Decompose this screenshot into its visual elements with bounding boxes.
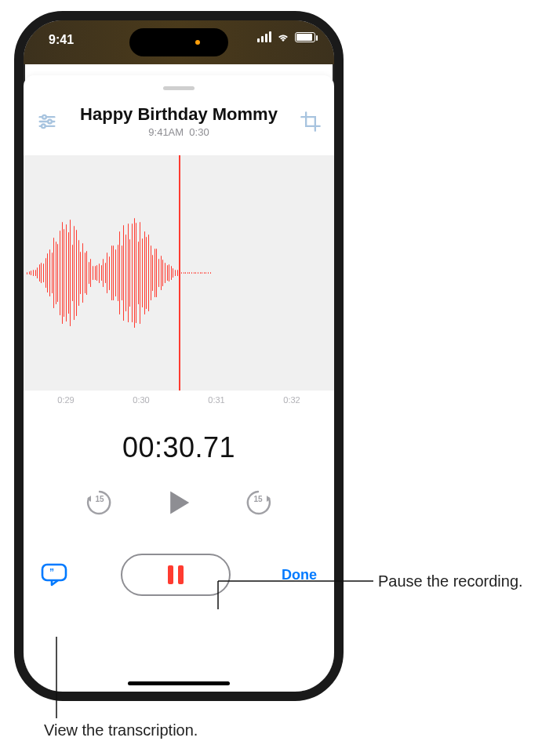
callout-transcription: View the transcription. xyxy=(44,721,198,739)
callout-pause: Pause the recording. xyxy=(378,572,523,590)
